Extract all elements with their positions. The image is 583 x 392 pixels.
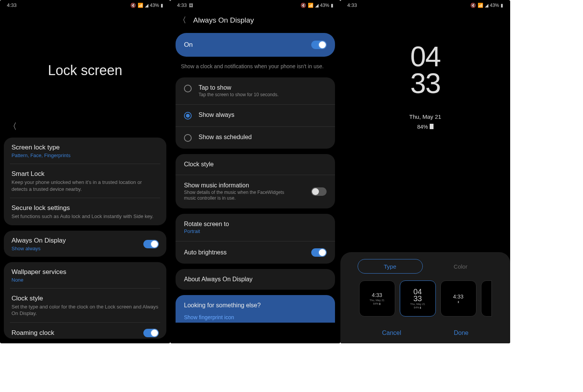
option-show-always[interactable]: Show always bbox=[176, 105, 335, 127]
row-title: Clock style bbox=[11, 295, 159, 302]
card-hour: 04 bbox=[413, 288, 422, 295]
battery-icon: ▮ bbox=[161, 3, 163, 8]
option-title: Show always bbox=[199, 112, 234, 118]
style-option-3[interactable]: 4:33 ▮ bbox=[440, 280, 476, 317]
screen-lock-settings: 4:33 🔇 📶 ◢ 43% ▮ Lock screen 〈 Screen lo… bbox=[0, 0, 170, 343]
row-title: Always On Display bbox=[11, 237, 66, 244]
style-option-4[interactable] bbox=[481, 280, 492, 317]
status-bar: 4:33 🔇 📶 ◢ 43% ▮ bbox=[0, 0, 170, 9]
on-label: On bbox=[184, 41, 193, 49]
music-toggle[interactable] bbox=[311, 187, 327, 196]
card-batt: 84% ▮ bbox=[414, 306, 422, 309]
status-time: 4:33 bbox=[7, 2, 16, 8]
radio-icon bbox=[184, 134, 192, 142]
row-sub: Pattern, Face, Fingerprints bbox=[11, 153, 159, 158]
wifi-icon: 📶 bbox=[308, 3, 314, 8]
card-date: Thu, May 21 bbox=[410, 303, 425, 305]
row-sub: Keep your phone unlocked when it's in a … bbox=[11, 179, 159, 192]
row-title: Rotate screen to bbox=[184, 221, 229, 228]
status-time: 4:33 bbox=[347, 2, 357, 8]
preview-hour: 04 bbox=[340, 43, 510, 70]
aod-preview: 04 33 bbox=[340, 43, 510, 97]
wifi-icon: 📶 bbox=[478, 3, 483, 8]
option-title: Tap to show bbox=[199, 84, 279, 91]
row-title: Show music information bbox=[184, 182, 291, 189]
status-time: 4:33 bbox=[177, 2, 187, 8]
tab-color[interactable]: Color bbox=[428, 259, 493, 274]
radio-icon bbox=[184, 85, 192, 92]
row-roaming-clock[interactable]: Roaming clock bbox=[10, 323, 160, 339]
page-title: Lock screen bbox=[0, 62, 170, 79]
row-about-aod[interactable]: About Always On Display bbox=[176, 269, 335, 290]
cancel-button[interactable]: Cancel bbox=[382, 330, 401, 336]
mute-icon: 🔇 bbox=[301, 3, 306, 8]
back-button[interactable]: 〈 bbox=[179, 15, 186, 25]
style-option-1[interactable]: 4:33 Thu, May 21 84% ▮ bbox=[359, 280, 395, 317]
row-title: Secure lock settings bbox=[11, 204, 159, 212]
preview-battery: 84% bbox=[340, 124, 510, 130]
row-title: About Always On Display bbox=[184, 276, 253, 283]
option-title: Show as scheduled bbox=[199, 134, 252, 141]
group-about: About Always On Display bbox=[176, 269, 335, 290]
row-secure-lock[interactable]: Secure lock settings Set functions such … bbox=[10, 198, 160, 225]
row-sub: Set the type and color for the clock on … bbox=[11, 303, 159, 317]
aod-master-toggle-row[interactable]: On bbox=[176, 33, 335, 57]
card-date: Thu, May 21 bbox=[370, 299, 384, 302]
group-aod: Always On Display Show always bbox=[4, 231, 166, 257]
aod-description: Show a clock and notifications when your… bbox=[170, 57, 340, 72]
screen-aod-settings: 4:33 🖼 🔇 📶 ◢ 43% ▮ 〈 Always On Display O… bbox=[170, 0, 340, 343]
row-auto-brightness[interactable]: Auto brightness bbox=[176, 241, 335, 264]
row-title: Auto brightness bbox=[184, 249, 227, 256]
mute-icon: 🔇 bbox=[130, 3, 136, 8]
status-bar: 4:33 🔇 📶 ◢ 43% ▮ bbox=[340, 0, 510, 9]
screen-clock-style-picker: 4:33 🔇 📶 ◢ 43% ▮ 04 33 Thu, May 21 84% T… bbox=[340, 0, 510, 343]
looking-title: Looking for something else? bbox=[184, 302, 327, 309]
row-title: Wallpaper services bbox=[11, 268, 159, 276]
row-rotate[interactable]: Rotate screen to Portrait bbox=[176, 214, 335, 241]
preview-battery-pct: 84% bbox=[417, 124, 428, 130]
back-button[interactable]: 〈 bbox=[8, 121, 170, 132]
row-sub: Show details of the music when the FaceW… bbox=[184, 190, 291, 202]
signal-icon: ◢ bbox=[315, 3, 319, 8]
option-show-scheduled[interactable]: Show as scheduled bbox=[176, 127, 335, 149]
row-title: Roaming clock bbox=[11, 329, 54, 337]
roaming-toggle[interactable] bbox=[143, 329, 159, 337]
preview-date: Thu, May 21 bbox=[340, 113, 510, 120]
brightness-toggle[interactable] bbox=[311, 248, 327, 257]
row-music-info[interactable]: Show music information Show details of t… bbox=[176, 175, 335, 208]
option-tap-to-show[interactable]: Tap to show Tap the screen to show for 1… bbox=[176, 77, 335, 105]
style-option-2[interactable]: 04 33 Thu, May 21 84% ▮ bbox=[400, 280, 436, 317]
row-clock-style[interactable]: Clock style Set the type and color for t… bbox=[10, 289, 160, 323]
footer-buttons: Cancel Done bbox=[340, 330, 510, 336]
row-screen-lock-type[interactable]: Screen lock type Pattern, Face, Fingerpr… bbox=[10, 138, 160, 164]
aod-toggle[interactable] bbox=[143, 240, 159, 248]
row-title: Screen lock type bbox=[11, 144, 159, 151]
tab-type[interactable]: Type bbox=[358, 259, 423, 274]
row-always-on-display[interactable]: Always On Display Show always bbox=[10, 231, 160, 257]
battery-icon bbox=[430, 124, 434, 129]
card-minute: 33 bbox=[413, 295, 422, 302]
card-time: 4:33 bbox=[372, 292, 382, 298]
row-smart-lock[interactable]: Smart Lock Keep your phone unlocked when… bbox=[10, 164, 160, 198]
row-title: Clock style bbox=[184, 161, 213, 168]
aod-master-toggle[interactable] bbox=[311, 41, 327, 49]
group-display-mode: Tap to show Tap the screen to show for 1… bbox=[176, 77, 335, 149]
preview-minute: 33 bbox=[340, 70, 510, 97]
status-bar: 4:33 🖼 🔇 📶 ◢ 43% ▮ bbox=[170, 0, 340, 9]
row-clock-style[interactable]: Clock style bbox=[176, 154, 335, 175]
row-sub: Show always bbox=[11, 246, 66, 251]
done-button[interactable]: Done bbox=[454, 330, 468, 336]
row-sub: Portrait bbox=[184, 228, 229, 234]
wifi-icon: 📶 bbox=[138, 3, 143, 8]
option-sub: Tap the screen to show for 10 seconds. bbox=[199, 92, 279, 97]
status-battery: 43% bbox=[490, 3, 499, 8]
group-lock: Screen lock type Pattern, Face, Fingerpr… bbox=[4, 138, 166, 225]
row-title: Smart Lock bbox=[11, 170, 159, 178]
row-wallpaper-services[interactable]: Wallpaper services None bbox=[10, 262, 160, 289]
styles-row[interactable]: 4:33 Thu, May 21 84% ▮ 04 33 Thu, May 21… bbox=[348, 280, 503, 317]
tab-row: Type Color bbox=[348, 259, 503, 274]
row-sub: None bbox=[11, 277, 159, 283]
battery-icon: ▮ bbox=[501, 3, 503, 8]
fingerprint-link[interactable]: Show fingerprint icon bbox=[184, 314, 327, 320]
battery-icon: ▮ bbox=[331, 3, 333, 8]
